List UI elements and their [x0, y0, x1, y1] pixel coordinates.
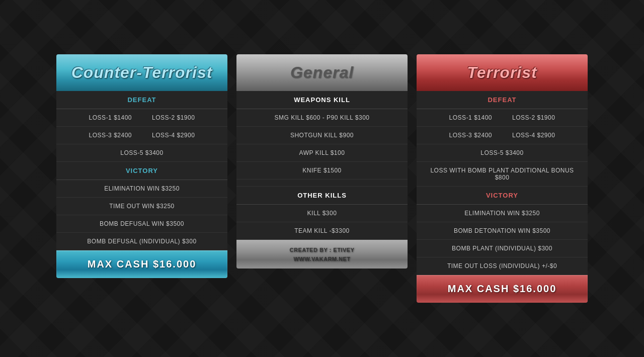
t-victory-label: VICTORY	[417, 187, 588, 205]
general-spacer	[236, 180, 408, 187]
general-team-kill: TEAM KILL -$3300	[236, 222, 408, 240]
ct-loss-row-2: LOSS-3 $2400 LOSS-4 $2900	[56, 127, 227, 144]
t-header: Terrorist	[417, 54, 588, 91]
panels-container: Counter-Terrorist DEFEAT LOSS-1 $1400 LO…	[46, 44, 598, 313]
general-header: General	[236, 54, 408, 91]
ct-loss1: LOSS-1 $1400	[89, 114, 132, 121]
ct-victory-row4: BOMB DEFUSAL (INDIVIDUAL) $300	[56, 233, 227, 250]
t-loss2: LOSS-2 $1900	[512, 114, 555, 121]
t-body: DEFEAT LOSS-1 $1400 LOSS-2 $1900 LOSS-3 …	[417, 91, 588, 275]
general-weapons-kill-label: WEAPONS KILL	[236, 91, 408, 109]
general-shotgun-kill: SHOTGUN KILL $900	[236, 127, 408, 144]
ct-loss-row-1: LOSS-1 $1400 LOSS-2 $1900	[56, 109, 227, 127]
ct-loss3: LOSS-3 $2400	[89, 132, 132, 139]
t-loss-row-2: LOSS-3 $2400 LOSS-4 $2900	[417, 127, 588, 144]
t-victory-row3: BOMB PLANT (INDIVIDUAL) $300	[417, 240, 588, 257]
t-loss3: LOSS-3 $2400	[449, 132, 492, 139]
ct-panel: Counter-Terrorist DEFEAT LOSS-1 $1400 LO…	[56, 54, 227, 278]
t-footer: MAX CASH $16.000	[417, 275, 588, 303]
ct-victory-row3: BOMB DEFUSAL WIN $3500	[56, 215, 227, 233]
ct-body: DEFEAT LOSS-1 $1400 LOSS-2 $1900 LOSS-3 …	[56, 91, 227, 250]
t-defeat-label: DEFEAT	[417, 91, 588, 109]
t-victory-row4: TIME OUT LOSS (INDIVIDUAL) +/-$0	[417, 257, 588, 275]
general-awp-kill: AWP KILL $100	[236, 144, 408, 162]
ct-victory-row1: ELIMINATION WIN $3250	[56, 180, 227, 198]
t-loss1: LOSS-1 $1400	[449, 114, 492, 121]
ct-loss4: LOSS-4 $2900	[152, 132, 195, 139]
general-panel: General WEAPONS KILL SMG KILL $600 - P90…	[236, 54, 408, 269]
t-loss5: LOSS-5 $3400	[417, 144, 588, 162]
general-kill: KILL $300	[236, 205, 408, 222]
general-footer-line2: WWW.VAKARM.NET	[242, 255, 403, 264]
ct-footer: MAX CASH $16.000	[56, 250, 227, 278]
ct-loss2: LOSS-2 $1900	[152, 114, 195, 121]
t-loss-row-1: LOSS-1 $1400 LOSS-2 $1900	[417, 109, 588, 127]
ct-defeat-label: DEFEAT	[56, 91, 227, 109]
ct-victory-label: VICTORY	[56, 162, 227, 180]
t-victory-row2: BOMB DETONATION WIN $3500	[417, 222, 588, 240]
ct-victory-row2: TIME OUT WIN $3250	[56, 198, 227, 215]
general-footer-line1: CREATED BY : ETIVEY	[242, 246, 403, 255]
general-footer: CREATED BY : ETIVEY WWW.VAKARM.NET	[236, 240, 408, 269]
t-victory-row1: ELIMINATION WIN $3250	[417, 205, 588, 222]
general-other-kills-label: OTHER KILLS	[236, 187, 408, 205]
general-smg-kill: SMG KILL $600 - P90 KILL $300	[236, 109, 408, 127]
general-body: WEAPONS KILL SMG KILL $600 - P90 KILL $3…	[236, 91, 408, 240]
t-panel: Terrorist DEFEAT LOSS-1 $1400 LOSS-2 $19…	[417, 54, 588, 303]
t-bomb-bonus: LOSS WITH BOMB PLANT ADDITIONAL BONUS $8…	[417, 162, 588, 187]
t-loss4: LOSS-4 $2900	[512, 132, 555, 139]
general-knife: KNIFE $1500	[236, 162, 408, 180]
ct-header: Counter-Terrorist	[56, 54, 227, 91]
ct-loss5: LOSS-5 $3400	[56, 144, 227, 162]
